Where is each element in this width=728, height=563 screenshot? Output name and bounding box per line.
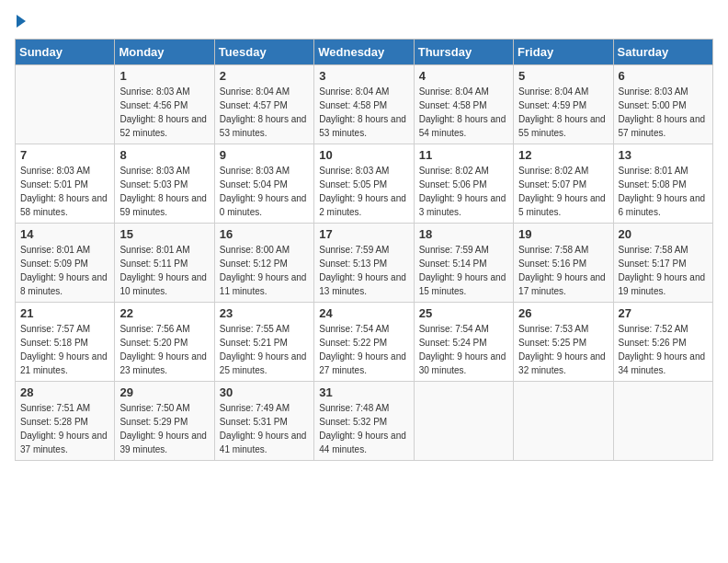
sunset-text: Sunset: 5:04 PM	[220, 179, 288, 190]
daylight-text: Daylight: 9 hours and 37 minutes.	[20, 431, 108, 454]
calendar-cell	[414, 382, 513, 461]
sunset-text: Sunset: 5:22 PM	[319, 338, 387, 348]
day-number: 1	[119, 69, 209, 83]
day-info: Sunrise: 8:03 AM Sunset: 5:03 PM Dayligh…	[119, 164, 209, 219]
sunrise-text: Sunrise: 8:00 AM	[220, 245, 290, 255]
daylight-text: Daylight: 9 hours and 3 minutes.	[419, 193, 506, 217]
daylight-text: Daylight: 9 hours and 25 minutes.	[220, 351, 307, 375]
sunset-text: Sunset: 5:03 PM	[119, 179, 188, 190]
day-number: 15	[119, 227, 209, 241]
calendar-cell: 21 Sunrise: 7:57 AM Sunset: 5:18 PM Dayl…	[16, 303, 115, 382]
sunset-text: Sunset: 5:29 PM	[119, 417, 188, 427]
daylight-text: Daylight: 9 hours and 32 minutes.	[518, 351, 606, 375]
day-number: 25	[419, 306, 508, 320]
day-number: 22	[119, 306, 209, 320]
calendar-cell: 25 Sunrise: 7:54 AM Sunset: 5:24 PM Dayl…	[414, 303, 513, 382]
sunset-text: Sunset: 5:09 PM	[20, 259, 88, 269]
day-number: 20	[619, 227, 708, 241]
calendar-cell: 22 Sunrise: 7:56 AM Sunset: 5:20 PM Dayl…	[115, 303, 214, 382]
day-info: Sunrise: 8:04 AM Sunset: 4:57 PM Dayligh…	[220, 85, 309, 140]
sunrise-text: Sunrise: 7:58 AM	[518, 245, 588, 255]
daylight-text: Daylight: 9 hours and 15 minutes.	[419, 272, 506, 296]
sunset-text: Sunset: 5:25 PM	[518, 338, 586, 348]
calendar-table: SundayMondayTuesdayWednesdayThursdayFrid…	[15, 39, 713, 461]
daylight-text: Daylight: 9 hours and 39 minutes.	[119, 431, 207, 454]
calendar-week-row: 28 Sunrise: 7:51 AM Sunset: 5:28 PM Dayl…	[16, 382, 713, 461]
column-header-tuesday: Tuesday	[214, 40, 313, 65]
sunrise-text: Sunrise: 7:50 AM	[119, 403, 189, 413]
column-header-friday: Friday	[514, 40, 613, 65]
day-number: 7	[20, 148, 109, 162]
day-number: 30	[220, 385, 309, 399]
calendar-week-row: 7 Sunrise: 8:03 AM Sunset: 5:01 PM Dayli…	[16, 144, 713, 224]
sunset-text: Sunset: 5:24 PM	[419, 338, 487, 348]
sunrise-text: Sunrise: 8:04 AM	[419, 86, 489, 97]
sunrise-text: Sunrise: 7:58 AM	[619, 245, 688, 255]
daylight-text: Daylight: 9 hours and 41 minutes.	[220, 431, 307, 454]
sunrise-text: Sunrise: 7:56 AM	[119, 324, 189, 334]
day-info: Sunrise: 8:02 AM Sunset: 5:07 PM Dayligh…	[518, 164, 608, 219]
daylight-text: Daylight: 9 hours and 34 minutes.	[619, 351, 706, 375]
calendar-cell: 24 Sunrise: 7:54 AM Sunset: 5:22 PM Dayl…	[314, 303, 414, 382]
sunset-text: Sunset: 5:17 PM	[619, 259, 687, 269]
sunset-text: Sunset: 5:32 PM	[319, 417, 387, 427]
calendar-cell: 28 Sunrise: 7:51 AM Sunset: 5:28 PM Dayl…	[16, 382, 115, 461]
sunrise-text: Sunrise: 8:01 AM	[119, 245, 189, 255]
sunrise-text: Sunrise: 8:02 AM	[419, 166, 489, 176]
day-number: 17	[319, 227, 408, 241]
day-number: 6	[619, 69, 708, 83]
sunrise-text: Sunrise: 7:57 AM	[20, 324, 90, 334]
day-info: Sunrise: 7:48 AM Sunset: 5:32 PM Dayligh…	[319, 401, 408, 456]
calendar-cell	[613, 382, 712, 461]
calendar-cell: 19 Sunrise: 7:58 AM Sunset: 5:16 PM Dayl…	[514, 224, 613, 303]
day-number: 13	[619, 148, 708, 162]
day-number: 16	[220, 227, 309, 241]
day-number: 8	[119, 148, 209, 162]
day-number: 29	[119, 385, 209, 399]
calendar-cell: 6 Sunrise: 8:03 AM Sunset: 5:00 PM Dayli…	[613, 65, 712, 144]
sunset-text: Sunset: 5:00 PM	[619, 100, 687, 110]
daylight-text: Daylight: 8 hours and 58 minutes.	[20, 193, 108, 217]
calendar-cell: 9 Sunrise: 8:03 AM Sunset: 5:04 PM Dayli…	[214, 144, 313, 224]
sunset-text: Sunset: 5:20 PM	[119, 338, 188, 348]
sunset-text: Sunset: 5:08 PM	[619, 179, 687, 190]
calendar-cell: 8 Sunrise: 8:03 AM Sunset: 5:03 PM Dayli…	[115, 144, 214, 224]
sunset-text: Sunset: 4:56 PM	[119, 100, 188, 110]
day-number: 24	[319, 306, 408, 320]
day-info: Sunrise: 8:03 AM Sunset: 5:00 PM Dayligh…	[619, 85, 708, 140]
sunset-text: Sunset: 5:26 PM	[619, 338, 687, 348]
sunset-text: Sunset: 4:58 PM	[319, 100, 387, 110]
day-number: 18	[419, 227, 508, 241]
day-info: Sunrise: 7:51 AM Sunset: 5:28 PM Dayligh…	[20, 401, 109, 456]
sunrise-text: Sunrise: 8:03 AM	[319, 166, 389, 176]
daylight-text: Daylight: 8 hours and 53 minutes.	[220, 114, 307, 138]
calendar-cell: 30 Sunrise: 7:49 AM Sunset: 5:31 PM Dayl…	[214, 382, 313, 461]
column-header-wednesday: Wednesday	[314, 40, 414, 65]
calendar-cell: 2 Sunrise: 8:04 AM Sunset: 4:57 PM Dayli…	[214, 65, 313, 144]
sunrise-text: Sunrise: 7:59 AM	[319, 245, 389, 255]
daylight-text: Daylight: 9 hours and 23 minutes.	[119, 351, 207, 375]
sunset-text: Sunset: 5:21 PM	[220, 338, 288, 348]
sunrise-text: Sunrise: 8:01 AM	[20, 245, 90, 255]
day-info: Sunrise: 7:59 AM Sunset: 5:14 PM Dayligh…	[419, 243, 508, 298]
daylight-text: Daylight: 9 hours and 8 minutes.	[20, 272, 108, 296]
day-info: Sunrise: 7:57 AM Sunset: 5:18 PM Dayligh…	[20, 322, 109, 377]
sunset-text: Sunset: 5:31 PM	[220, 417, 288, 427]
calendar-cell: 20 Sunrise: 7:58 AM Sunset: 5:17 PM Dayl…	[613, 224, 712, 303]
calendar-cell: 16 Sunrise: 8:00 AM Sunset: 5:12 PM Dayl…	[214, 224, 313, 303]
calendar-cell: 27 Sunrise: 7:52 AM Sunset: 5:26 PM Dayl…	[613, 303, 712, 382]
day-info: Sunrise: 8:04 AM Sunset: 4:58 PM Dayligh…	[419, 85, 508, 140]
calendar-cell: 17 Sunrise: 7:59 AM Sunset: 5:13 PM Dayl…	[314, 224, 414, 303]
day-info: Sunrise: 8:01 AM Sunset: 5:11 PM Dayligh…	[119, 243, 209, 298]
daylight-text: Daylight: 8 hours and 57 minutes.	[619, 114, 706, 138]
sunset-text: Sunset: 5:18 PM	[20, 338, 88, 348]
sunset-text: Sunset: 4:59 PM	[518, 100, 586, 110]
sunrise-text: Sunrise: 8:04 AM	[319, 86, 389, 97]
sunset-text: Sunset: 4:58 PM	[419, 100, 487, 110]
daylight-text: Daylight: 8 hours and 54 minutes.	[419, 114, 506, 138]
calendar-cell: 3 Sunrise: 8:04 AM Sunset: 4:58 PM Dayli…	[314, 65, 414, 144]
daylight-text: Daylight: 9 hours and 27 minutes.	[319, 351, 406, 375]
day-number: 10	[319, 148, 408, 162]
sunrise-text: Sunrise: 7:53 AM	[518, 324, 588, 334]
calendar-header-row: SundayMondayTuesdayWednesdayThursdayFrid…	[16, 40, 713, 65]
